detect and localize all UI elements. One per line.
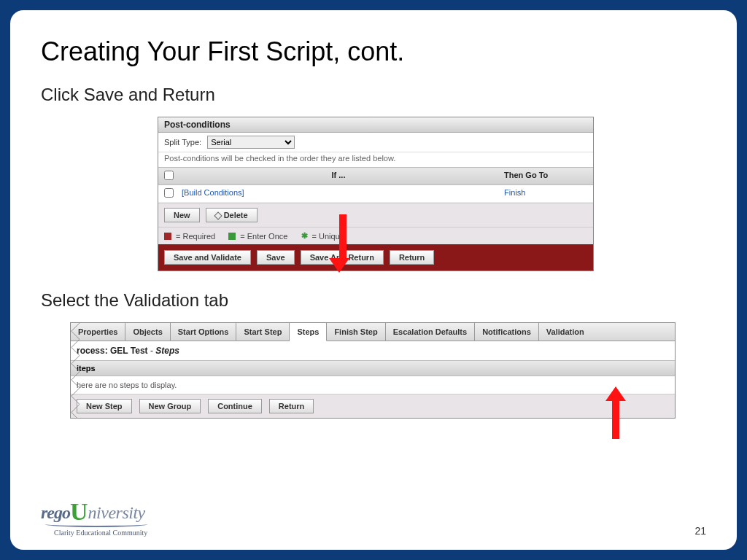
new-button[interactable]: New bbox=[164, 208, 200, 222]
instruction-2: Select the Validation tab bbox=[41, 290, 706, 311]
page-number: 21 bbox=[694, 525, 706, 537]
tab-start-options[interactable]: Start Options bbox=[171, 323, 237, 341]
tab-bar: PropertiesObjectsStart OptionsStart Step… bbox=[71, 323, 675, 341]
new-group-button[interactable]: New Group bbox=[139, 399, 201, 413]
post-conditions-panel: Post-conditions Split Type: Serial Post-… bbox=[158, 117, 594, 271]
required-icon bbox=[164, 233, 171, 240]
column-header-row: If ... Then Go To bbox=[158, 167, 593, 185]
tab-start-step[interactable]: Start Step bbox=[236, 323, 290, 341]
tab-steps[interactable]: Steps bbox=[290, 323, 327, 341]
tab-objects[interactable]: Objects bbox=[125, 323, 170, 341]
condition-row: [Build Conditions] Finish bbox=[158, 185, 593, 203]
finish-link[interactable]: Finish bbox=[504, 188, 525, 197]
row-checkbox[interactable] bbox=[164, 188, 174, 198]
col-if: If ... bbox=[179, 168, 498, 184]
arrow-up-icon bbox=[605, 386, 626, 439]
legend: = Required = Enter Once ✱= Unique bbox=[158, 227, 593, 244]
delete-button[interactable]: Delete bbox=[206, 208, 258, 222]
torn-edge-icon bbox=[70, 323, 80, 418]
action-bar: Save and Validate Save Save And Return R… bbox=[158, 244, 593, 271]
tab-escalation-defaults[interactable]: Escalation Defaults bbox=[386, 323, 475, 341]
select-all-checkbox[interactable] bbox=[164, 171, 174, 180]
process-tabs-panel: PropertiesObjectsStart OptionsStart Step… bbox=[70, 322, 676, 419]
tagline: Clarity Educational Community bbox=[54, 529, 147, 537]
tab-validation[interactable]: Validation bbox=[539, 323, 675, 341]
new-step-button[interactable]: New Step bbox=[77, 399, 132, 413]
tab-finish-step[interactable]: Finish Step bbox=[327, 323, 385, 341]
slide-title: Creating Your First Script, cont. bbox=[41, 36, 706, 67]
tab-notifications[interactable]: Notifications bbox=[475, 323, 539, 341]
save-validate-button[interactable]: Save and Validate bbox=[164, 250, 251, 265]
enter-once-icon bbox=[228, 233, 236, 240]
instruction-1: Click Save and Return bbox=[41, 85, 706, 105]
split-type-label: Split Type: bbox=[164, 138, 201, 147]
continue-button[interactable]: Continue bbox=[208, 399, 262, 413]
split-type-select[interactable]: Serial bbox=[207, 136, 295, 149]
return-button[interactable]: Return bbox=[390, 250, 434, 265]
help-text: Post-conditions will be checked in the o… bbox=[158, 152, 593, 167]
col-then: Then Go To bbox=[498, 168, 593, 184]
diamond-icon bbox=[214, 211, 222, 219]
save-button[interactable]: Save bbox=[257, 250, 295, 265]
return-button-2[interactable]: Return bbox=[269, 399, 314, 413]
no-steps-text: here are no steps to display. bbox=[71, 376, 675, 394]
panel-header: Post-conditions bbox=[158, 117, 593, 133]
unique-icon: ✱ bbox=[301, 231, 308, 241]
arrow-down-icon bbox=[336, 214, 349, 273]
process-title: rocess: GEL Test - Steps bbox=[71, 341, 675, 360]
steps-header: iteps bbox=[71, 360, 675, 376]
logo: regoUniversity Clarity Educational Commu… bbox=[41, 498, 147, 537]
build-conditions-link[interactable]: [Build Conditions] bbox=[182, 188, 244, 197]
